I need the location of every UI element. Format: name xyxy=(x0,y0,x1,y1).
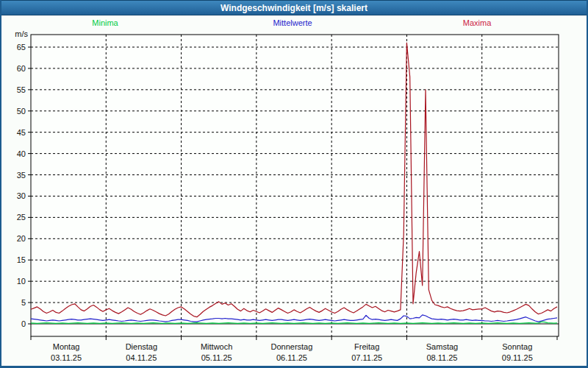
x-axis-date-label: 09.11.25 xyxy=(502,353,533,362)
y-tick-label: 25 xyxy=(17,213,26,222)
x-axis-day-label: Montag xyxy=(53,342,80,351)
y-tick-label: 5 xyxy=(21,298,26,307)
x-axis-day-label: Freitag xyxy=(354,342,379,351)
y-tick-label: 35 xyxy=(17,171,26,180)
y-tick-label: 20 xyxy=(17,234,26,243)
x-axis-date-label: 08.11.25 xyxy=(426,353,457,362)
x-axis-date-label: 06.11.25 xyxy=(276,353,307,362)
y-axis-unit-label: m/s xyxy=(15,29,28,38)
x-axis-day-label: Donnerstag xyxy=(270,342,312,351)
x-axis-day-label: Sonntag xyxy=(502,342,532,351)
y-tick-label: 55 xyxy=(17,85,26,94)
y-tick-label: 30 xyxy=(17,191,26,200)
x-axis-day-label: Mittwoch xyxy=(201,342,232,351)
x-axis-day-label: Dienstag xyxy=(126,342,157,351)
x-axis-day-label: Samstag xyxy=(426,342,458,351)
y-tick-label: 40 xyxy=(17,149,26,158)
x-axis-date-label: 04.11.25 xyxy=(126,353,157,362)
x-axis-date-label: 07.11.25 xyxy=(351,353,382,362)
plot-area xyxy=(31,35,559,336)
x-axis-date-label: 03.11.25 xyxy=(51,353,82,362)
wind-speed-chart: m/s 05101520253035404550556065Montag03.1… xyxy=(0,0,588,368)
y-tick-label: 60 xyxy=(17,64,26,73)
y-tick-label: 0 xyxy=(21,319,26,328)
x-axis-date-label: 05.11.25 xyxy=(201,353,232,362)
y-tick-label: 45 xyxy=(17,128,26,137)
y-tick-label: 15 xyxy=(17,255,26,264)
y-tick-label: 65 xyxy=(17,43,26,52)
y-tick-label: 10 xyxy=(17,277,26,286)
y-tick-label: 50 xyxy=(17,107,26,116)
chart-window: Windgeschwindigkeit [m/s] skaliert Minim… xyxy=(0,0,588,368)
